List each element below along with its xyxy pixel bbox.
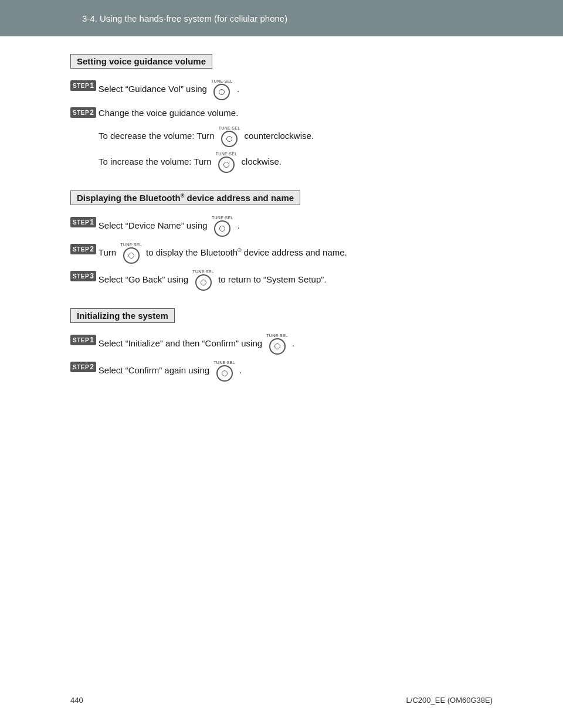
tune-sel-knob: TUNE·SEL [212, 216, 233, 237]
section-title: Setting voice guidance volume [70, 54, 212, 69]
step-num: 3 [90, 271, 94, 281]
knob-label: TUNE·SEL [192, 270, 214, 274]
step-text: Select “Initialize” and then “Confirm” u… [99, 334, 493, 355]
knob-label: TUNE·SEL [120, 243, 142, 247]
section-voice-guidance: Setting voice guidance volumeSTEP1Select… [70, 54, 493, 173]
step-word: STEP [73, 108, 89, 117]
step-text: Select “Device Name” using TUNE·SEL . [99, 216, 493, 237]
knob-label: TUNE·SEL [213, 360, 235, 365]
tune-sel-knob: TUNE·SEL [192, 270, 214, 291]
knob-inner [219, 89, 225, 95]
header-bar: 3-4. Using the hands-free system (for ce… [0, 0, 563, 36]
step-item: STEP2Change the voice guidance volume. [70, 106, 493, 120]
step-word: STEP [73, 363, 89, 372]
tune-sel-knob: TUNE·SEL [120, 243, 142, 264]
indent-step-line: To decrease the volume: Turn TUNE·SEL co… [99, 126, 493, 147]
knob-label: TUNE·SEL [216, 152, 238, 156]
knob-circle [269, 338, 286, 355]
knob-circle [213, 84, 230, 100]
knob-inner [223, 162, 229, 168]
step-text: Select “Confirm” again using TUNE·SEL . [99, 360, 493, 382]
knob-circle [123, 247, 140, 264]
step-word: STEP [73, 218, 89, 227]
step-badge-1: STEP1 [70, 335, 96, 345]
tune-sel-knob: TUNE·SEL [211, 79, 233, 100]
sections-container: Setting voice guidance volumeSTEP1Select… [70, 54, 493, 382]
step-word: STEP [73, 336, 89, 345]
section-title-box: Initializing the system [70, 308, 493, 334]
tune-sel-knob: TUNE·SEL [213, 360, 235, 382]
step-num: 2 [90, 244, 94, 254]
knob-circle [195, 274, 212, 291]
step-badge-2: STEP2 [70, 362, 96, 372]
step-text: Turn TUNE·SEL to display the Bluetooth® … [99, 243, 493, 264]
section-title: Initializing the system [70, 308, 175, 323]
step-badge-2: STEP2 [70, 244, 96, 254]
step-item: STEP2Turn TUNE·SEL to display the Blueto… [70, 243, 493, 264]
step-word: STEP [73, 272, 89, 281]
section-title-box: Setting voice guidance volume [70, 54, 493, 79]
knob-circle [214, 220, 230, 237]
page-number: 440 [70, 696, 83, 705]
step-word: STEP [73, 81, 89, 90]
knob-inner [219, 226, 225, 232]
knob-inner [128, 253, 134, 258]
knob-inner [226, 136, 232, 142]
step-badge-2: STEP2 [70, 107, 96, 118]
knob-label: TUNE·SEL [212, 216, 233, 220]
step-badge-3: STEP3 [70, 271, 96, 281]
header-title: 3-4. Using the hands-free system (for ce… [82, 13, 287, 23]
knob-inner [222, 370, 228, 376]
section-initializing: Initializing the systemSTEP1Select “Init… [70, 308, 493, 382]
footer: 440 L/C200_EE (OM60G38E) [0, 696, 563, 705]
knob-inner [274, 343, 280, 349]
step-item: STEP1Select “Device Name” using TUNE·SEL… [70, 216, 493, 237]
section-bluetooth-device: Displaying the Bluetooth® device address… [70, 190, 493, 291]
tune-sel-knob: TUNE·SEL [219, 126, 240, 147]
step-num: 2 [90, 362, 94, 372]
step-badge-1: STEP1 [70, 80, 96, 91]
step-num: 2 [90, 107, 94, 118]
step-word: STEP [73, 245, 89, 254]
step-item: STEP2Select “Confirm” again using TUNE·S… [70, 360, 493, 382]
knob-circle [218, 157, 235, 173]
step-num: 1 [90, 80, 94, 91]
step-num: 1 [90, 335, 94, 345]
doc-code: L/C200_EE (OM60G38E) [406, 696, 493, 705]
knob-label: TUNE·SEL [219, 126, 240, 130]
knob-label: TUNE·SEL [266, 334, 288, 338]
tune-sel-knob: TUNE·SEL [266, 334, 288, 355]
step-text: Select “Guidance Vol” using TUNE·SEL . [99, 79, 493, 100]
knob-circle [216, 365, 233, 382]
indent-step-line: To increase the volume: Turn TUNE·SEL cl… [99, 152, 493, 173]
knob-label: TUNE·SEL [211, 79, 233, 83]
step-text: Select “Go Back” using TUNE·SEL to retur… [99, 270, 493, 291]
step-badge-1: STEP1 [70, 217, 96, 227]
step-item: STEP1Select “Initialize” and then “Confi… [70, 334, 493, 355]
step-num: 1 [90, 217, 94, 227]
step-item: STEP3Select “Go Back” using TUNE·SEL to … [70, 270, 493, 291]
section-title-box: Displaying the Bluetooth® device address… [70, 190, 493, 216]
step-item: STEP1Select “Guidance Vol” using TUNE·SE… [70, 79, 493, 100]
step-text: Change the voice guidance volume. [99, 106, 493, 120]
tune-sel-knob: TUNE·SEL [216, 152, 238, 173]
section-title: Displaying the Bluetooth® device address… [70, 190, 300, 205]
knob-circle [221, 131, 238, 147]
knob-inner [201, 280, 206, 285]
main-content: Setting voice guidance volumeSTEP1Select… [0, 36, 563, 423]
